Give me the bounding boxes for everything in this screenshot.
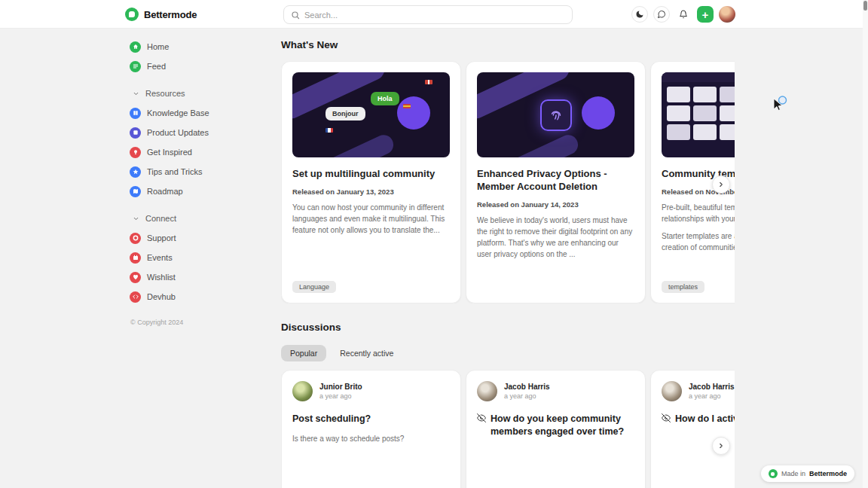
card-cover-image <box>662 72 735 157</box>
template-tiles <box>667 87 735 140</box>
moon-icon <box>635 10 644 19</box>
scrollbar-thumb[interactable] <box>863 1 867 11</box>
flag-icon <box>403 104 411 108</box>
app-screen: Bettermode + Home Feed <box>0 0 868 488</box>
sidebar-item-label: Knowledge Base <box>147 108 209 117</box>
speech-bubble: Hola <box>371 92 399 105</box>
code-icon <box>130 291 141 303</box>
sidebar-item-roadmap[interactable]: Roadmap <box>130 181 277 201</box>
header-actions: + <box>631 6 735 23</box>
discussion-card-post-scheduling[interactable]: Junior Brito a year ago Post scheduling?… <box>281 370 461 488</box>
tab-recently-active[interactable]: Recently active <box>340 345 393 361</box>
post-title-text: Post scheduling? <box>292 413 371 425</box>
discussions-next-button[interactable] <box>712 437 730 455</box>
discussions-heading: Discussions <box>281 322 735 333</box>
sidebar-item-label: Roadmap <box>147 187 183 196</box>
discussion-card-engagement[interactable]: Jacob Harris a year ago How do you keep … <box>466 370 646 488</box>
lightbulb-icon <box>130 147 141 158</box>
lifebuoy-icon <box>130 233 141 244</box>
post-title[interactable]: How do I activate messaging? <box>662 413 735 426</box>
sidebar-item-product-updates[interactable]: Product Updates <box>130 123 277 142</box>
sidebar-section-label: Resources <box>145 89 185 98</box>
author-avatar[interactable] <box>292 381 313 401</box>
card-release-date: Released on January 13, 2023 <box>292 188 450 196</box>
sidebar-item-devhub[interactable]: Devhub <box>130 287 277 307</box>
star-icon <box>130 166 141 178</box>
whats-new-carousel: Hola Bonjour Set up multilingual communi… <box>281 61 735 303</box>
card-tag[interactable]: Language <box>292 281 336 293</box>
sidebar-item-wishlist[interactable]: Wishlist <box>130 267 277 287</box>
search-bar[interactable] <box>283 5 573 24</box>
decor-blob <box>498 132 582 157</box>
sidebar-section-label: Connect <box>145 214 176 223</box>
calendar-icon <box>130 252 141 264</box>
discussions-carousel: Junior Brito a year ago Post scheduling?… <box>281 370 735 488</box>
post-header: Jacob Harris a year ago <box>662 381 735 401</box>
chat-icon <box>657 10 666 19</box>
sidebar-item-label: Home <box>147 42 169 51</box>
card-title: Enhanced Privacy Options - Member Accoun… <box>477 168 634 194</box>
author-name[interactable]: Jacob Harris <box>689 383 735 391</box>
card-cover-image <box>477 72 634 157</box>
whats-new-next-button[interactable] <box>712 175 730 194</box>
feed-icon <box>130 61 141 72</box>
sidebar-item-support[interactable]: Support <box>130 228 277 248</box>
card-tag[interactable]: templates <box>662 281 704 293</box>
speech-bubble: Bonjour <box>326 107 365 120</box>
sidebar-item-get-inspired[interactable]: Get Inspired <box>130 142 277 162</box>
badge-brand: Bettermode <box>809 470 847 477</box>
top-bar: Bettermode + <box>0 0 868 29</box>
flag-icon <box>326 128 333 133</box>
author-avatar[interactable] <box>477 381 497 401</box>
chevron-right-icon <box>717 181 725 188</box>
sidebar-item-home[interactable]: Home <box>130 37 277 56</box>
sidebar-item-label: Devhub <box>147 292 176 301</box>
sidebar-item-tips-and-tricks[interactable]: Tips and Tricks <box>130 162 277 181</box>
whats-new-heading: What's New <box>281 39 735 50</box>
post-title-text: How do I activate messaging? <box>675 413 735 425</box>
discussions-track: Junior Brito a year ago Post scheduling?… <box>281 370 735 488</box>
post-timestamp: a year ago <box>319 392 362 400</box>
card-excerpt: We believe in today's world, users must … <box>477 215 634 260</box>
sidebar-section-resources[interactable]: Resources <box>130 84 277 103</box>
discussion-card-messaging[interactable]: Jacob Harris a year ago How do I activat… <box>650 370 735 488</box>
card-cover-image: Hola Bonjour <box>292 72 450 157</box>
bettermode-badge-icon <box>769 469 778 478</box>
bell-icon <box>679 10 688 19</box>
post-header: Junior Brito a year ago <box>292 381 450 401</box>
made-in-bettermode-badge[interactable]: Made in Bettermode <box>761 465 854 482</box>
copyright-text: © Copyright 2024 <box>130 319 277 326</box>
dark-mode-button[interactable] <box>631 6 648 23</box>
sidebar-item-knowledge-base[interactable]: Knowledge Base <box>130 103 277 123</box>
whats-new-card-multilingual[interactable]: Hola Bonjour Set up multilingual communi… <box>281 61 461 303</box>
search-input[interactable] <box>304 11 565 20</box>
card-excerpt: Pre-built, beautiful templates for build… <box>662 202 735 224</box>
whats-new-card-privacy[interactable]: Enhanced Privacy Options - Member Accoun… <box>466 61 646 303</box>
bettermode-logo-icon <box>125 8 139 21</box>
decor-blob <box>582 96 615 130</box>
brand-name: Bettermode <box>144 9 197 20</box>
messages-button[interactable] <box>653 6 670 23</box>
author-avatar[interactable] <box>662 381 682 401</box>
notifications-button[interactable] <box>675 6 692 23</box>
sidebar-item-feed[interactable]: Feed <box>130 56 277 76</box>
post-title[interactable]: Post scheduling? <box>292 413 450 425</box>
tab-popular[interactable]: Popular <box>281 345 326 361</box>
sidebar-item-events[interactable]: Events <box>130 248 277 267</box>
author-name[interactable]: Junior Brito <box>319 383 362 391</box>
fingerprint-icon <box>540 99 572 131</box>
box-icon <box>130 127 141 139</box>
user-avatar[interactable] <box>719 6 735 23</box>
main-content: What's New Hola Bonjour Set up mul <box>281 29 735 488</box>
author-name[interactable]: Jacob Harris <box>504 383 550 391</box>
sidebar-item-label: Feed <box>147 62 166 71</box>
card-title: Set up multilingual community <box>292 168 450 181</box>
page-scrollbar[interactable] <box>863 0 868 488</box>
create-post-button[interactable]: + <box>697 6 714 23</box>
flag-icon <box>425 80 432 84</box>
sidebar-item-label: Get Inspired <box>147 148 192 157</box>
eye-off-icon <box>662 413 671 426</box>
brand-home-link[interactable]: Bettermode <box>125 0 197 29</box>
post-title[interactable]: How do you keep community members engage… <box>477 413 634 438</box>
sidebar-section-connect[interactable]: Connect <box>130 209 277 228</box>
